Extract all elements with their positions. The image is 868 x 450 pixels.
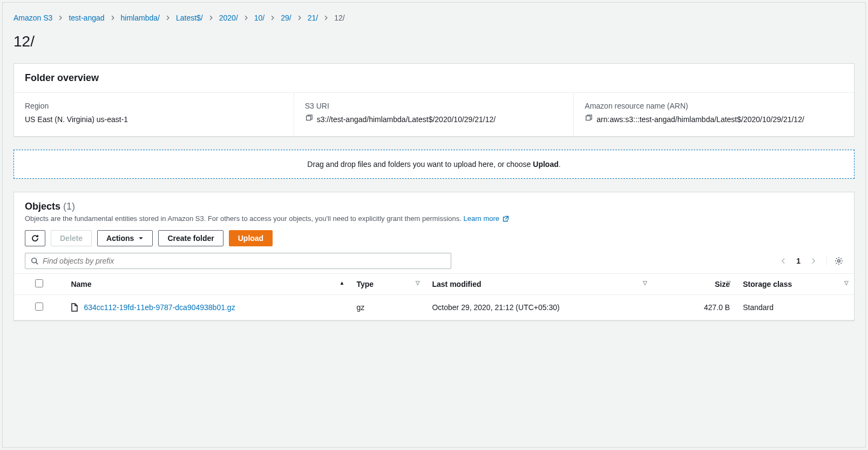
column-header-last-modified[interactable]: Last modified ▽ (425, 274, 652, 295)
select-all-checkbox[interactable] (35, 279, 43, 287)
cell-size: 427.0 B (653, 295, 737, 320)
dropzone-text-after: . (559, 160, 561, 169)
page-number: 1 (796, 257, 801, 265)
svg-point-2 (32, 258, 37, 263)
object-name-link[interactable]: 634cc112-19fd-11eb-9787-dca904938b01.gz (84, 303, 235, 312)
cell-storage-class: Standard (736, 295, 854, 320)
learn-more-link[interactable]: Learn more (464, 214, 509, 223)
breadcrumb-link[interactable]: Amazon S3 (13, 14, 52, 22)
file-icon (71, 303, 78, 312)
sort-icon: ▽ (844, 280, 849, 286)
s3uri-label: S3 URI (305, 102, 563, 110)
dropzone-text: Drag and drop files and folders you want… (307, 160, 533, 169)
s3uri-value: s3://test-angad/himlambda/Latest$/2020/1… (317, 113, 496, 125)
chevron-right-icon (297, 15, 302, 21)
chevron-right-icon (243, 15, 249, 21)
breadcrumb-link[interactable]: 10/ (254, 14, 265, 22)
chevron-right-icon (165, 15, 171, 21)
sort-icon: ▽ (416, 280, 420, 286)
chevron-right-icon (323, 15, 329, 21)
search-icon (31, 257, 38, 265)
breadcrumb: Amazon S3 test-angad himlambda/ Latest$/… (13, 14, 855, 22)
breadcrumb-link[interactable]: himlambda/ (121, 14, 160, 22)
column-header-size[interactable]: Size ▽ (653, 274, 737, 295)
chevron-right-icon (208, 15, 214, 21)
chevron-right-icon (58, 15, 63, 21)
filter-input-wrap[interactable] (25, 253, 451, 269)
actions-button[interactable]: Actions (97, 230, 153, 246)
breadcrumb-link[interactable]: 21/ (308, 14, 318, 22)
svg-point-3 (838, 260, 840, 262)
refresh-button[interactable] (25, 230, 45, 246)
folder-overview-panel: Folder overview Region US East (N. Virgi… (13, 63, 855, 137)
chevron-right-icon (270, 15, 275, 21)
objects-toolbar: Delete Actions Create folder Upload (25, 230, 843, 246)
upload-button[interactable]: Upload (229, 230, 273, 246)
sort-icon: ▽ (727, 280, 731, 286)
cell-type: gz (350, 295, 425, 320)
table-row: 634cc112-19fd-11eb-9787-dca904938b01.gz … (14, 295, 854, 320)
objects-description: Objects are the fundamental entities sto… (25, 214, 462, 223)
create-folder-button[interactable]: Create folder (158, 230, 223, 246)
folder-overview-heading: Folder overview (25, 72, 843, 84)
row-checkbox[interactable] (35, 303, 43, 311)
refresh-icon (31, 234, 39, 243)
breadcrumb-link[interactable]: 29/ (281, 14, 291, 22)
breadcrumb-link[interactable]: Latest$/ (176, 14, 203, 22)
cell-last-modified: October 29, 2020, 21:12 (UTC+05:30) (425, 295, 652, 320)
prev-page-button[interactable] (780, 258, 786, 264)
objects-count: (1) (63, 201, 75, 212)
region-label: Region (25, 102, 283, 110)
sort-icon: ▽ (643, 280, 647, 286)
objects-table: Name ▲ Type ▽ Last modified ▽ Size ▽ (14, 273, 854, 320)
breadcrumb-current: 12/ (334, 14, 344, 22)
arn-value: arn:aws:s3:::test-angad/himlambda/Latest… (596, 113, 804, 125)
pagination: 1 (780, 257, 843, 265)
sort-asc-icon: ▲ (340, 280, 345, 286)
caret-down-icon (138, 236, 144, 241)
objects-panel: Objects (1) Objects are the fundamental … (13, 192, 855, 321)
breadcrumb-link[interactable]: test-angad (69, 14, 104, 22)
column-header-name[interactable]: Name ▲ (64, 274, 350, 295)
filter-input[interactable] (43, 257, 445, 265)
region-value: US East (N. Virginia) us-east-1 (25, 113, 128, 125)
upload-dropzone[interactable]: Drag and drop files and folders you want… (13, 150, 855, 179)
svg-rect-1 (586, 116, 591, 120)
column-header-type[interactable]: Type ▽ (350, 274, 425, 295)
column-header-storage-class[interactable]: Storage class ▽ (736, 274, 854, 295)
arn-label: Amazon resource name (ARN) (585, 102, 843, 110)
gear-icon (835, 257, 843, 265)
delete-button[interactable]: Delete (51, 230, 92, 246)
dropzone-upload-word: Upload (533, 160, 558, 169)
objects-heading: Objects (25, 201, 60, 212)
svg-rect-0 (306, 116, 310, 120)
page-title: 12/ (13, 33, 855, 50)
copy-icon[interactable] (305, 115, 313, 122)
next-page-button[interactable] (810, 258, 817, 264)
breadcrumb-link[interactable]: 2020/ (219, 14, 238, 22)
settings-button[interactable] (826, 257, 843, 265)
copy-icon[interactable] (585, 115, 592, 122)
chevron-right-icon (110, 15, 116, 21)
external-link-icon (503, 216, 509, 222)
